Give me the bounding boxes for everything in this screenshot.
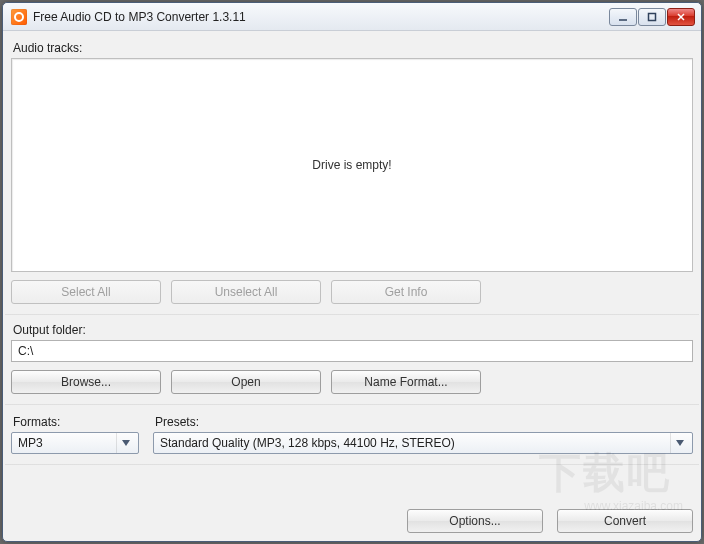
audio-tracks-listbox[interactable]: Drive is empty!: [11, 58, 693, 272]
presets-label: Presets:: [155, 415, 691, 429]
output-folder-input[interactable]: [11, 340, 693, 362]
formats-value: MP3: [18, 436, 43, 450]
get-info-button[interactable]: Get Info: [331, 280, 481, 304]
separator-2: [5, 404, 699, 405]
svg-rect-1: [649, 13, 656, 20]
app-icon: [11, 9, 27, 25]
formats-combobox[interactable]: MP3: [11, 432, 139, 454]
browse-button[interactable]: Browse...: [11, 370, 161, 394]
client-area: Audio tracks: Drive is empty! Select All…: [3, 31, 701, 541]
open-button[interactable]: Open: [171, 370, 321, 394]
chevron-down-icon: [116, 433, 134, 453]
options-button[interactable]: Options...: [407, 509, 543, 533]
presets-column: Presets: Standard Quality (MP3, 128 kbps…: [153, 411, 693, 454]
track-buttons-row: Select All Unselect All Get Info: [11, 280, 693, 304]
output-buttons-row: Browse... Open Name Format...: [11, 370, 693, 394]
maximize-button[interactable]: [638, 8, 666, 26]
close-icon: [676, 12, 686, 22]
bottom-buttons-row: Options... Convert: [11, 509, 693, 533]
separator-3: [5, 464, 699, 465]
formats-presets-row: Formats: MP3 Presets: Standard Quality (…: [11, 411, 693, 454]
window-controls: [609, 8, 697, 26]
separator-1: [5, 314, 699, 315]
chevron-down-icon: [670, 433, 688, 453]
convert-button[interactable]: Convert: [557, 509, 693, 533]
select-all-button[interactable]: Select All: [11, 280, 161, 304]
presets-combobox[interactable]: Standard Quality (MP3, 128 kbps, 44100 H…: [153, 432, 693, 454]
maximize-icon: [647, 12, 657, 22]
formats-label: Formats:: [13, 415, 137, 429]
drive-empty-text: Drive is empty!: [312, 158, 391, 172]
presets-value: Standard Quality (MP3, 128 kbps, 44100 H…: [160, 436, 455, 450]
close-button[interactable]: [667, 8, 695, 26]
output-folder-label: Output folder:: [13, 323, 691, 337]
minimize-icon: [618, 12, 628, 22]
window-title: Free Audio CD to MP3 Converter 1.3.11: [33, 10, 246, 24]
minimize-button[interactable]: [609, 8, 637, 26]
unselect-all-button[interactable]: Unselect All: [171, 280, 321, 304]
titlebar: Free Audio CD to MP3 Converter 1.3.11: [3, 3, 701, 31]
formats-column: Formats: MP3: [11, 411, 139, 454]
name-format-button[interactable]: Name Format...: [331, 370, 481, 394]
application-window: Free Audio CD to MP3 Converter 1.3.11 Au…: [2, 2, 702, 542]
audio-tracks-label: Audio tracks:: [13, 41, 691, 55]
